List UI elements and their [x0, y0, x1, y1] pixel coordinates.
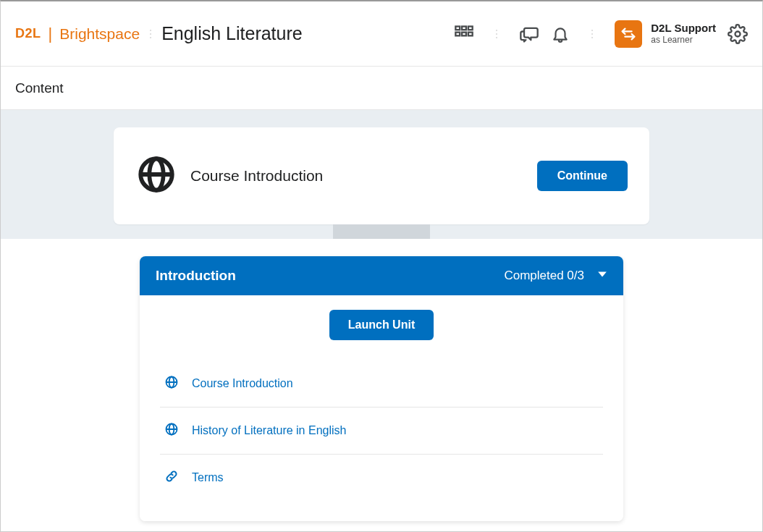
module-section: Introduction Completed 0/3 Launch Unit C… [1, 239, 762, 532]
settings-icon[interactable] [728, 24, 748, 44]
link-icon [164, 469, 179, 486]
card-connector [333, 224, 430, 239]
content-item-link[interactable]: Course Introduction [192, 377, 293, 390]
course-title[interactable]: English Literature [161, 23, 303, 44]
module-header[interactable]: Introduction Completed 0/3 [140, 256, 623, 295]
content-item-link[interactable]: Terms [192, 471, 224, 484]
user-info: D2L Support as Learner [651, 22, 716, 45]
divider [591, 30, 593, 38]
user-menu[interactable]: D2L Support as Learner [615, 20, 716, 48]
globe-icon [164, 375, 179, 392]
d2l-logo-text: D2L [15, 26, 41, 41]
divider [150, 30, 151, 38]
course-selector-icon[interactable] [454, 24, 474, 44]
user-role: as Learner [651, 35, 716, 45]
user-name: D2L Support [651, 22, 716, 35]
topbar-actions: D2L Support as Learner [454, 20, 748, 48]
messages-icon[interactable] [519, 24, 539, 44]
role-switch-icon [615, 20, 642, 48]
svg-rect-5 [468, 32, 473, 35]
svg-rect-2 [468, 26, 473, 30]
content-item-link[interactable]: History of Literature in English [192, 424, 346, 437]
module-progress: Completed 0/3 [504, 269, 607, 283]
top-navbar: D2L | Brightspace English Literature [1, 1, 762, 67]
intro-card-title: Course Introduction [190, 167, 524, 185]
launch-unit-button[interactable]: Launch Unit [329, 310, 434, 340]
module-body: Launch Unit Course Introduction History … [140, 295, 623, 521]
content-tab[interactable]: Content [15, 80, 64, 96]
progress-text: Completed 0/3 [504, 269, 584, 283]
hero-section: Course Introduction Continue [1, 110, 762, 239]
content-item[interactable]: Terms [160, 455, 603, 501]
content-item[interactable]: History of Literature in English [160, 408, 603, 455]
content-item[interactable]: Course Introduction [160, 360, 603, 408]
module-title: Introduction [156, 268, 236, 284]
globe-icon [135, 153, 177, 198]
nav-tabs: Content [1, 67, 762, 110]
logo-separator: | [49, 25, 53, 43]
chevron-down-icon[interactable] [597, 269, 607, 282]
globe-icon [164, 422, 179, 439]
course-intro-card: Course Introduction Continue [114, 127, 649, 224]
svg-rect-4 [462, 32, 466, 35]
continue-button[interactable]: Continue [537, 161, 628, 191]
svg-point-6 [735, 31, 741, 36]
module-card: Introduction Completed 0/3 Launch Unit C… [140, 256, 623, 521]
notifications-icon[interactable] [551, 25, 570, 43]
svg-rect-1 [462, 26, 466, 30]
svg-rect-3 [456, 32, 460, 35]
divider [496, 30, 497, 38]
svg-rect-0 [456, 26, 460, 30]
brightspace-logo-text: Brightspace [59, 25, 140, 43]
brand-logo[interactable]: D2L | Brightspace [15, 25, 140, 43]
